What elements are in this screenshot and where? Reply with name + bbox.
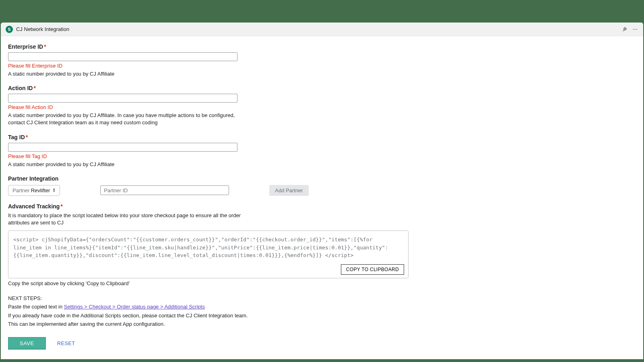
tag-id-input[interactable] xyxy=(8,143,237,152)
app-frame: S CJ Network Integration Enterprise ID* … xyxy=(1,23,643,359)
enterprise-id-field: Enterprise ID* Please fill Enterprise ID… xyxy=(8,43,250,78)
enterprise-id-input[interactable] xyxy=(8,52,237,61)
next-steps: NEXT STEPS: Paste the copied text in Set… xyxy=(8,294,411,328)
enterprise-id-error: Please fill Enterprise ID xyxy=(8,63,250,69)
tag-id-field: Tag ID* Please fill Tag ID A static numb… xyxy=(8,134,250,168)
content-area: Enterprise ID* Please fill Enterprise ID… xyxy=(1,36,643,359)
action-id-error: Please fill Action ID xyxy=(8,104,250,110)
required-star: * xyxy=(44,43,46,50)
enterprise-id-label: Enterprise ID* xyxy=(8,43,250,50)
script-textarea[interactable] xyxy=(8,231,408,264)
save-button[interactable]: SAVE xyxy=(8,337,46,350)
tag-id-helper: A static number provided to you by CJ Af… xyxy=(8,161,250,168)
partner-select[interactable]: Partner Revlifter ▲▼ xyxy=(8,185,60,196)
required-star: * xyxy=(33,85,35,91)
required-star: * xyxy=(60,203,62,210)
partner-id-input[interactable] xyxy=(100,185,229,195)
settings-link[interactable]: Settings > Checkout > Order status page … xyxy=(64,304,205,310)
app-header: S CJ Network Integration xyxy=(1,23,643,36)
action-id-field: Action ID* Please fill Action ID A stati… xyxy=(8,85,250,126)
next-steps-line2: If you already have code in the Addition… xyxy=(8,312,411,320)
partner-integration-section: Partner Integration Partner Revlifter ▲▼… xyxy=(8,175,411,196)
svg-point-0 xyxy=(633,29,634,29)
app-title: CJ Network Integration xyxy=(16,26,69,32)
chevron-sort-icon: ▲▼ xyxy=(52,188,56,193)
copy-to-clipboard-button[interactable]: COPY TO CLIPBOARD xyxy=(341,264,404,275)
advanced-tracking-helper: It is mandatory to place the script loca… xyxy=(8,212,246,226)
enterprise-id-helper: A static number provided to you by CJ Af… xyxy=(8,70,250,78)
reset-button[interactable]: RESET xyxy=(57,340,75,346)
action-id-input[interactable] xyxy=(8,94,237,103)
script-box: COPY TO CLIPBOARD xyxy=(8,230,409,278)
pin-icon[interactable] xyxy=(621,26,628,33)
action-id-label: Action ID* xyxy=(8,85,250,91)
next-steps-line3: This can be implemented after saving the… xyxy=(8,320,411,328)
tag-id-error: Please fill Tag ID xyxy=(8,153,250,159)
advanced-tracking-section: Advanced Tracking* It is mandatory to pl… xyxy=(8,203,411,328)
action-buttons: SAVE RESET xyxy=(8,337,636,350)
next-steps-heading: NEXT STEPS: xyxy=(8,294,411,302)
partner-select-value: Revlifter xyxy=(31,187,50,193)
partner-select-prefix: Partner xyxy=(12,187,30,193)
add-partner-button[interactable]: Add Partner xyxy=(269,185,308,196)
tag-id-label: Tag ID* xyxy=(8,134,250,140)
copy-helper: Copy the script above by clicking 'Copy … xyxy=(8,280,411,287)
action-id-helper: A static number provided to you by CJ Af… xyxy=(8,112,246,126)
advanced-tracking-label: Advanced Tracking* xyxy=(8,203,411,210)
svg-point-1 xyxy=(635,29,636,29)
app-logo-icon: S xyxy=(6,26,13,33)
required-star: * xyxy=(26,134,28,140)
svg-point-2 xyxy=(636,29,637,29)
more-icon[interactable] xyxy=(632,26,638,33)
next-steps-line1: Paste the copied text in Settings > Chec… xyxy=(8,303,411,311)
partner-integration-label: Partner Integration xyxy=(8,175,411,182)
